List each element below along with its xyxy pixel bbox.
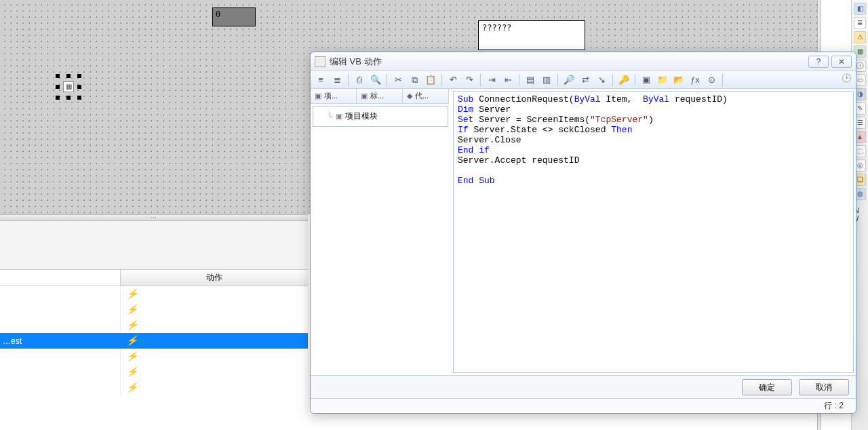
dialog-title: 编辑 VB 动作 — [330, 56, 806, 68]
module-icon: ▣ — [336, 112, 342, 121]
compass-icon[interactable]: ⊙ — [704, 73, 719, 87]
dialog-footer: 确定 取消 — [311, 375, 856, 398]
event-row[interactable]: ⚡ — [0, 364, 308, 380]
indent-icon[interactable]: ⇥ — [484, 73, 499, 87]
func-icon[interactable]: ƒx — [688, 73, 703, 87]
line-indicator: 行 : 2 — [824, 400, 844, 412]
replace-icon[interactable]: ⇄ — [578, 73, 593, 87]
event-row[interactable]: ⚡ — [0, 349, 308, 364]
middle-blank — [0, 221, 308, 270]
tree-label: 项目模块 — [345, 111, 378, 122]
vb-editor-dialog: 编辑 VB 动作 ? ✕ ≡ ≣ ⎙ 🔍 ✂ ⧉ 📋 ↶ ↷ ⇥ ⇤ ▤ ▥ 🔎… — [310, 52, 856, 414]
dialog-titlebar[interactable]: 编辑 VB 动作 ? ✕ — [311, 52, 856, 71]
tab-icon: ▣ — [361, 92, 368, 100]
paste-icon[interactable]: 📋 — [423, 73, 438, 87]
tab-tags[interactable]: ▣标... — [357, 89, 403, 103]
dialog-body: ▣项... ▣标... ◆代... └ ▣ 项目模块 Sub Connectio… — [311, 89, 856, 375]
ok-button[interactable]: 确定 — [742, 379, 792, 395]
close-button[interactable]: ✕ — [831, 56, 852, 68]
editor-toolbar: ≡ ≣ ⎙ 🔍 ✂ ⧉ 📋 ↶ ↷ ⇥ ⇤ ▤ ▥ 🔎 ⇄ ↘ 🔑 ▣ 📁 📂 … — [311, 71, 856, 89]
help-button[interactable]: ? — [808, 56, 829, 68]
tab-label: 项... — [324, 91, 338, 101]
comment-icon[interactable]: ▤ — [523, 73, 538, 87]
outdent-icon[interactable]: ⇤ — [500, 73, 515, 87]
tree-connector: └ — [327, 112, 333, 121]
left-tabs: ▣项... ▣标... ◆代... — [311, 89, 449, 104]
align-right-icon[interactable]: ≣ — [330, 73, 344, 87]
bolt-icon: ⚡ — [126, 382, 138, 393]
resize-handle[interactable] — [56, 96, 60, 100]
tool-icon[interactable]: ≣ — [854, 17, 866, 29]
event-row[interactable]: ⚡ — [0, 302, 308, 317]
bolt-icon: ⚡ — [126, 335, 138, 347]
project-tree[interactable]: └ ▣ 项目模块 — [313, 106, 448, 127]
gray-field[interactable]: 0 — [212, 7, 256, 26]
clock-icon[interactable]: 🕒 — [840, 73, 853, 87]
resize-handle[interactable] — [56, 74, 60, 78]
tool-icon[interactable]: ◧ — [854, 3, 866, 15]
copy-icon[interactable]: ⧉ — [407, 73, 422, 87]
cut-icon[interactable]: ✂ — [391, 73, 406, 87]
tab-label: 标... — [370, 91, 384, 101]
event-row[interactable]: ⚡ — [0, 380, 308, 395]
object-icon: ▦ — [63, 81, 74, 92]
app-icon — [315, 56, 326, 67]
tab-project[interactable]: ▣项... — [311, 89, 357, 103]
status-bar: 行 : 2 — [311, 398, 856, 413]
tree-item-root[interactable]: └ ▣ 项目模块 — [317, 109, 443, 123]
undo-icon[interactable]: ↶ — [446, 73, 460, 87]
resize-handle[interactable] — [77, 74, 81, 78]
find-icon[interactable]: 🔎 — [561, 73, 576, 87]
tab-code[interactable]: ◆代... — [403, 89, 449, 103]
tab-label: 代... — [415, 91, 429, 101]
key-icon[interactable]: 🔑 — [616, 73, 631, 87]
selected-object[interactable]: ▦ — [58, 76, 79, 98]
tool-icon[interactable]: ⚠ — [854, 31, 866, 43]
uncomment-icon[interactable]: ▥ — [539, 73, 554, 87]
resize-handle[interactable] — [66, 74, 71, 78]
code-editor[interactable]: Sub ConnectionRequest(ByVal Item, ByVal … — [453, 91, 854, 373]
resize-handle[interactable] — [77, 85, 81, 89]
bolt-icon: ⚡ — [126, 319, 138, 331]
event-row[interactable]: ⚡ — [0, 286, 308, 302]
action-column-header: 动作 — [121, 270, 308, 286]
tab-icon: ▣ — [315, 92, 321, 100]
module-icon[interactable]: ▣ — [639, 73, 654, 87]
redo-icon[interactable]: ↷ — [462, 73, 477, 87]
bolt-icon: ⚡ — [126, 351, 138, 362]
new-folder-icon[interactable]: 📂 — [671, 73, 686, 87]
event-label: …est — [3, 336, 22, 346]
bolt-icon: ⚡ — [126, 288, 138, 300]
bolt-icon: ⚡ — [126, 304, 138, 315]
events-panel: 动作 ⚡ ⚡ ⚡ …est ⚡vs ⚡ ⚡ ⚡ — [0, 270, 308, 430]
cancel-button[interactable]: 取消 — [799, 379, 849, 395]
goto-icon[interactable]: ↘ — [594, 73, 609, 87]
tab-icon: ◆ — [407, 92, 412, 100]
white-field[interactable]: ?????? — [478, 20, 585, 50]
bolt-icon: ⚡ — [126, 366, 138, 378]
align-left-icon[interactable]: ≡ — [313, 73, 328, 87]
resize-handle[interactable] — [77, 96, 81, 100]
events-header: 动作 — [0, 270, 308, 286]
preview-icon[interactable]: 🔍 — [368, 73, 383, 87]
splitter-horizontal[interactable]: ⋯ — [0, 214, 308, 221]
event-row-selected[interactable]: …est ⚡vs — [0, 333, 308, 349]
folder-icon[interactable]: 📁 — [655, 73, 670, 87]
resize-handle[interactable] — [56, 85, 60, 89]
event-row[interactable]: ⚡ — [0, 317, 308, 333]
print-icon[interactable]: ⎙ — [352, 73, 367, 87]
resize-handle[interactable] — [66, 96, 71, 100]
vbs-tag: vs — [138, 338, 144, 344]
